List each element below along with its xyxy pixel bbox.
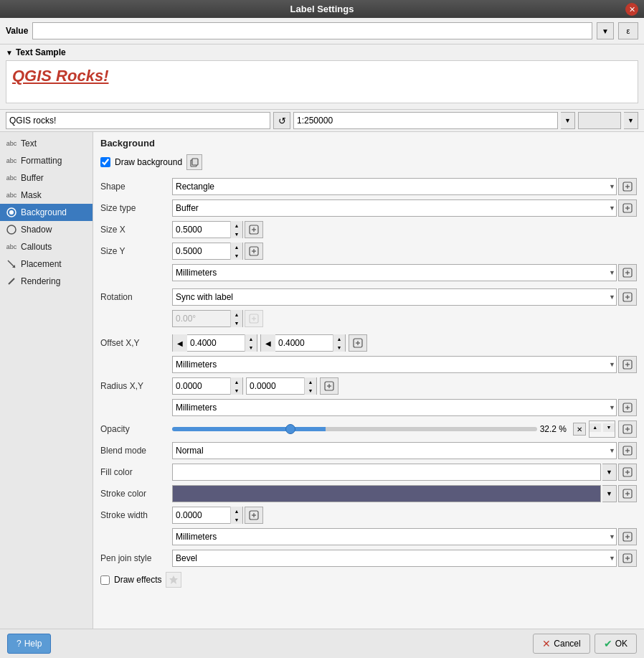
radius-units-combo-wrapper: Millimeters Points Pixels Map units ▼: [172, 399, 617, 416]
draw-effects-checkbox[interactable]: [100, 575, 110, 585]
preview-input[interactable]: [6, 112, 270, 129]
size-y-down-button[interactable]: ▼: [231, 251, 242, 260]
rotation-angle-down-button[interactable]: ▼: [231, 319, 242, 327]
text-sample-header[interactable]: ▼ Text Sample: [6, 47, 638, 57]
radius-x-down-button[interactable]: ▼: [231, 386, 242, 395]
rotation-data-button[interactable]: [618, 288, 637, 306]
offset-x-input[interactable]: [187, 335, 245, 351]
stroke-width-input[interactable]: [173, 507, 230, 523]
offset-x-clear-button[interactable]: ◀: [173, 334, 187, 352]
blend-mode-data-button[interactable]: [618, 442, 637, 459]
size-y-row: Size Y ▲ ▼: [100, 242, 637, 260]
shape-control: Rectangle Square Ellipse Circle SVG ▼: [172, 178, 637, 195]
reset-button[interactable]: ↺: [273, 112, 290, 129]
draw-effects-settings-button[interactable]: [166, 572, 181, 588]
help-button[interactable]: ? Help: [7, 634, 51, 654]
shape-data-button[interactable]: [618, 178, 637, 195]
sidebar-item-mask[interactable]: abc Mask: [0, 187, 93, 204]
blend-mode-control: Normal Multiply Screen Overlay ▼: [172, 442, 637, 459]
size-y-data-button[interactable]: [245, 243, 263, 260]
pen-join-select[interactable]: Bevel Miter Round: [172, 550, 617, 567]
expression-button[interactable]: ε: [618, 22, 638, 39]
sidebar-item-callouts[interactable]: abc Callouts: [0, 238, 93, 255]
fill-color-data-button[interactable]: [618, 464, 637, 481]
rotation-angle-data-button[interactable]: [245, 310, 263, 327]
size-y-up-button[interactable]: ▲: [231, 243, 242, 251]
offset-units-select[interactable]: Millimeters Points Pixels Map units: [172, 356, 617, 373]
sidebar-item-placement[interactable]: Placement: [0, 255, 93, 273]
sidebar-item-rendering[interactable]: Rendering: [0, 273, 93, 290]
ok-button[interactable]: ✔ OK: [595, 634, 637, 654]
rotation-angle-up-button[interactable]: ▲: [231, 310, 242, 319]
offset-y-up-button[interactable]: ▲: [333, 334, 345, 343]
size-y-control: ▲ ▼: [172, 243, 637, 260]
stroke-units-select[interactable]: Millimeters Points Pixels Map units: [172, 528, 617, 545]
opacity-slider[interactable]: [172, 427, 537, 431]
radius-units-data-button[interactable]: [618, 399, 637, 416]
offset-y-input[interactable]: [275, 335, 333, 351]
opacity-up-button[interactable]: ▲: [589, 423, 601, 432]
size-x-up-button[interactable]: ▲: [231, 221, 242, 230]
radius-x-up-button[interactable]: ▲: [231, 377, 242, 386]
size-x-input[interactable]: [173, 222, 230, 238]
offset-y-clear-button[interactable]: ◀: [261, 334, 275, 352]
size-y-input[interactable]: [173, 243, 230, 259]
blend-mode-select[interactable]: Normal Multiply Screen Overlay: [172, 442, 617, 459]
shape-select[interactable]: Rectangle Square Ellipse Circle SVG: [172, 178, 617, 195]
stroke-width-data-button[interactable]: [245, 507, 263, 524]
scale-input[interactable]: [293, 112, 558, 129]
rotation-angle-input[interactable]: [173, 311, 230, 326]
offset-y-down-button[interactable]: ▼: [333, 343, 345, 352]
shape-label: Shape: [100, 182, 172, 192]
sidebar-item-text[interactable]: abc Text: [0, 135, 93, 152]
radius-x-spin-buttons: ▲ ▼: [230, 377, 242, 395]
value-dropdown-button[interactable]: ▼: [597, 22, 614, 39]
size-units-data-button[interactable]: [618, 264, 637, 281]
value-input[interactable]: [32, 22, 592, 39]
opacity-data-button[interactable]: [618, 420, 637, 438]
fill-color-swatch[interactable]: [172, 464, 601, 481]
opacity-clear-button[interactable]: ✕: [573, 423, 586, 436]
radius-y-spin-buttons: ▲ ▼: [304, 377, 316, 395]
stroke-units-control: Millimeters Points Pixels Map units ▼: [172, 528, 637, 545]
stroke-color-swatch[interactable]: [172, 485, 601, 502]
sidebar-item-formatting[interactable]: abc Formatting: [0, 152, 93, 169]
sidebar-item-buffer[interactable]: abc Buffer: [0, 169, 93, 187]
text-sample-section: ▼ Text Sample QGIS Rocks!: [0, 44, 644, 109]
draw-background-checkbox[interactable]: [100, 157, 110, 167]
radius-y-down-button[interactable]: ▼: [305, 386, 316, 395]
opacity-down-button[interactable]: ▼: [603, 423, 615, 432]
sidebar-label-placement: Placement: [21, 259, 62, 269]
radius-units-select[interactable]: Millimeters Points Pixels Map units: [172, 399, 617, 416]
radius-y-up-button[interactable]: ▲: [305, 377, 316, 386]
size-type-data-button[interactable]: [618, 199, 637, 217]
cancel-button[interactable]: ✕ Cancel: [533, 634, 589, 654]
right-combo-button[interactable]: [578, 112, 621, 129]
size-x-data-button[interactable]: [245, 221, 263, 238]
radius-x-input[interactable]: [173, 378, 230, 394]
sidebar-item-shadow[interactable]: Shadow: [0, 221, 93, 238]
stroke-color-dropdown-button[interactable]: ▼: [602, 485, 617, 502]
stroke-width-row: Stroke width ▲ ▼: [100, 506, 637, 525]
close-button[interactable]: ✕: [625, 3, 638, 16]
stroke-width-down-button[interactable]: ▼: [231, 515, 242, 524]
size-x-down-button[interactable]: ▼: [231, 230, 242, 238]
offset-x-up-button[interactable]: ▲: [245, 334, 257, 343]
sidebar-item-background[interactable]: Background: [0, 204, 93, 221]
radius-data-button[interactable]: [320, 377, 338, 395]
offset-x-down-button[interactable]: ▼: [245, 343, 257, 352]
size-units-select[interactable]: Millimeters Points Pixels Map units: [172, 264, 617, 281]
radius-y-input[interactable]: [247, 378, 304, 394]
right-combo-dropdown[interactable]: ▼: [624, 112, 638, 129]
scale-dropdown-button[interactable]: ▼: [561, 112, 575, 129]
rotation-select[interactable]: Sync with label Offset from label Fixed: [172, 288, 617, 306]
stroke-color-data-button[interactable]: [618, 485, 637, 502]
copy-data-button[interactable]: [186, 154, 202, 170]
offset-data-button[interactable]: [349, 334, 367, 352]
offset-units-data-button[interactable]: [618, 356, 637, 373]
stroke-units-data-button[interactable]: [618, 528, 637, 545]
stroke-width-up-button[interactable]: ▲: [231, 507, 242, 515]
fill-color-dropdown-button[interactable]: ▼: [602, 464, 617, 481]
pen-join-data-button[interactable]: [618, 550, 637, 567]
size-type-select[interactable]: Buffer Fixed: [172, 199, 617, 217]
